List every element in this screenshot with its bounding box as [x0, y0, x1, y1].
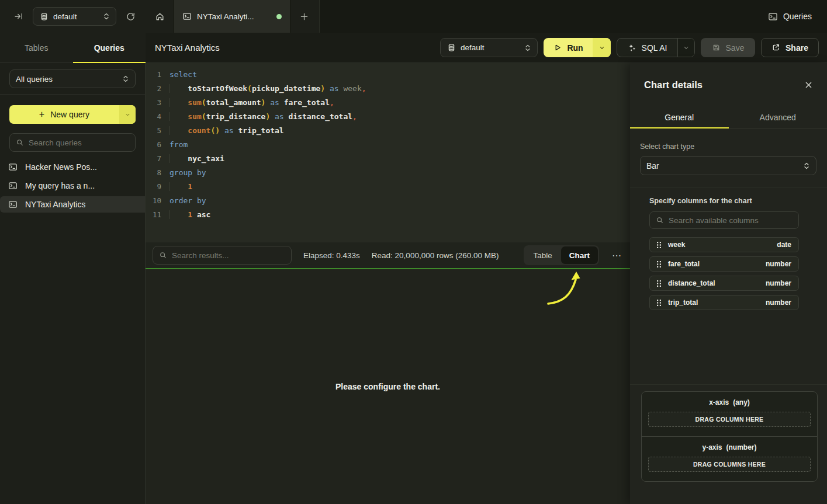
play-icon	[553, 43, 562, 52]
queries-nav-button[interactable]: Queries	[768, 12, 812, 22]
column-row[interactable]: distance_totalnumber	[649, 276, 799, 291]
column-name: week	[668, 241, 685, 249]
sql-ai-main[interactable]: SQL AI	[617, 39, 677, 57]
share-button-label: Share	[786, 43, 808, 53]
sql-ai-caret[interactable]	[677, 39, 694, 57]
sql-editor[interactable]: 1select2 toStartOfWeek(pickup_datetime) …	[146, 63, 630, 242]
search-icon	[656, 216, 664, 224]
share-icon	[771, 43, 780, 52]
panel-header: Chart details	[630, 63, 827, 106]
view-tab-chart[interactable]: Chart	[561, 246, 598, 264]
sidebar-item-query[interactable]: My query has a n...	[0, 178, 145, 194]
drag-handle-icon[interactable]	[656, 280, 662, 287]
columns-section-label: Specify columns for the chart	[649, 197, 799, 205]
run-button[interactable]: Run	[544, 38, 611, 57]
run-options-caret[interactable]	[593, 38, 611, 57]
refresh-icon[interactable]	[123, 9, 137, 23]
run-button-main[interactable]: Run	[544, 38, 593, 57]
sidebar-item-query[interactable]: NYTaxi Analytics	[0, 196, 145, 213]
sidebar-item-query[interactable]: Hacker News Pos...	[0, 159, 145, 175]
tab-general-label: General	[665, 113, 694, 122]
more-options-icon[interactable]: ⋯	[611, 250, 622, 261]
view-tab-table[interactable]: Table	[525, 246, 561, 264]
x-axis-section: x-axis (any) DRAG COLUMN HERE	[642, 392, 817, 437]
new-query-main[interactable]: + New query	[9, 105, 119, 124]
tab-advanced[interactable]: Advanced	[729, 106, 827, 128]
sql-ai-button[interactable]: SQL AI	[617, 38, 695, 57]
search-icon	[159, 251, 167, 259]
results-search[interactable]	[153, 246, 292, 265]
query-filter-value: All queries	[16, 75, 117, 84]
terminal-icon	[768, 12, 778, 22]
axis-config: x-axis (any) DRAG COLUMN HERE y-axis (nu…	[641, 391, 818, 482]
tab-queries[interactable]: Queries	[73, 33, 146, 62]
code-text: 1	[169, 180, 192, 194]
column-row[interactable]: fare_totalnumber	[649, 256, 799, 272]
query-tab[interactable]: NYTaxi Analyti...	[174, 0, 290, 33]
code-line: 3 sum(total_amount) as fare_total,	[146, 96, 630, 110]
save-button[interactable]: Save	[701, 38, 755, 57]
collapse-sidebar-icon[interactable]	[12, 9, 26, 23]
line-number: 1	[146, 68, 161, 82]
code-text: nyc_taxi	[169, 152, 224, 166]
column-name: fare_total	[668, 260, 700, 268]
tab-title: NYTaxi Analyti...	[197, 12, 254, 21]
tab-tables[interactable]: Tables	[0, 33, 73, 62]
chevron-updown-icon	[803, 162, 810, 170]
code-line: 10order by	[146, 194, 630, 208]
connection-select[interactable]: default	[33, 7, 116, 26]
unsaved-dot	[276, 14, 282, 19]
columns-search-input[interactable]	[669, 216, 793, 225]
query-filter-select[interactable]: All queries	[9, 69, 136, 88]
line-number: 8	[146, 166, 161, 180]
code-line: 5 count() as trip_total	[146, 124, 630, 138]
search-icon	[16, 138, 24, 147]
new-query-caret[interactable]	[119, 105, 136, 124]
code-line: 7 nyc_taxi	[146, 152, 630, 166]
close-icon[interactable]	[804, 81, 813, 89]
results-search-input[interactable]	[172, 251, 285, 260]
header-controls: default Run	[440, 38, 819, 57]
drag-handle-icon[interactable]	[656, 260, 662, 268]
chevron-updown-icon	[103, 12, 110, 20]
code-text: count() as trip_total	[169, 124, 284, 138]
chevron-updown-icon	[122, 75, 129, 83]
page-title: NYTaxi Analytics	[155, 43, 220, 53]
query-search-input[interactable]	[29, 138, 129, 147]
view-tab-chart-label: Chart	[569, 251, 590, 260]
drag-handle-icon[interactable]	[656, 299, 662, 307]
new-query-label: New query	[50, 110, 89, 119]
code-text: from	[169, 138, 188, 152]
columns-search[interactable]	[649, 211, 799, 229]
top-bar: default NYTaxi Analyti...	[0, 0, 827, 33]
column-row[interactable]: trip_totalnumber	[649, 295, 799, 310]
x-axis-label: x-axis	[709, 398, 729, 406]
chart-details-panel: Chart details General Advanced Select ch…	[630, 63, 827, 504]
column-type: number	[766, 298, 791, 307]
terminal-icon	[8, 162, 18, 172]
query-header: NYTaxi Analytics default Run	[146, 33, 827, 63]
new-query-button[interactable]: + New query	[9, 105, 136, 124]
line-number: 10	[146, 194, 161, 208]
save-button-label: Save	[726, 43, 745, 53]
query-item-label: Hacker News Pos...	[25, 162, 97, 172]
tab-general[interactable]: General	[630, 106, 729, 128]
new-tab-button[interactable]	[290, 0, 317, 33]
tab-tables-label: Tables	[25, 43, 48, 53]
chart-type-select[interactable]: Bar	[640, 156, 816, 175]
code-line: 4 sum(trip_distance) as distance_total,	[146, 110, 630, 124]
home-tab[interactable]	[146, 0, 174, 33]
y-axis-type-hint: (number)	[726, 443, 757, 451]
column-row[interactable]: weekdate	[649, 237, 799, 252]
y-axis-drop-zone[interactable]: DRAG COLUMNS HERE	[648, 457, 811, 472]
code-line: 11 1 asc	[146, 208, 630, 222]
x-axis-drop-zone[interactable]: DRAG COLUMN HERE	[648, 412, 811, 427]
query-search[interactable]	[9, 133, 136, 152]
sidebar-tabs: Tables Queries	[0, 33, 146, 63]
drag-handle-icon[interactable]	[656, 241, 662, 249]
share-button[interactable]: Share	[761, 38, 819, 57]
terminal-icon	[8, 181, 18, 190]
top-bar-left: default	[0, 0, 146, 33]
app-window: default NYTaxi Analyti...	[0, 0, 827, 504]
run-connection-select[interactable]: default	[440, 38, 538, 57]
